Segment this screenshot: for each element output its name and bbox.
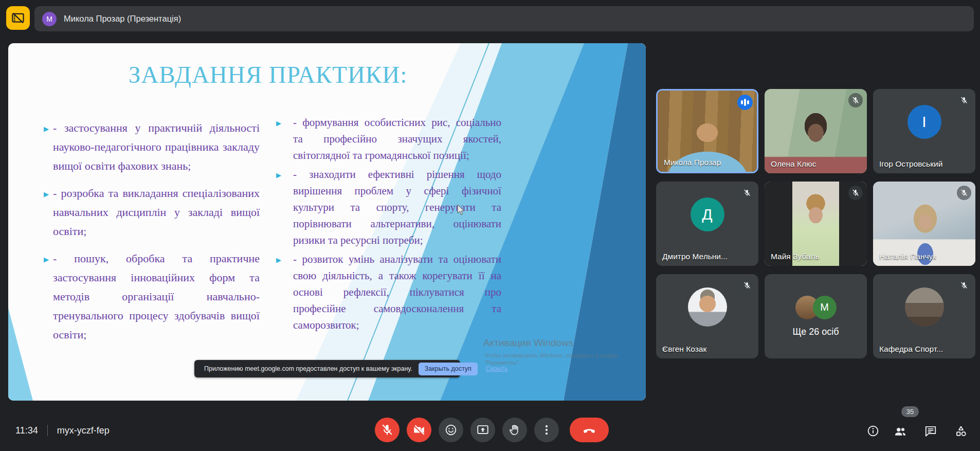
speaking-indicator-icon	[737, 95, 753, 110]
raised-hand-icon	[508, 423, 521, 437]
participant-tile[interactable]: Кафедра Спорт...	[873, 274, 975, 358]
slide-bullet: ▶- розвиток умінь аналізувати та оцінюва…	[276, 251, 501, 333]
overflow-content: M Ще 26 осіб	[765, 274, 867, 358]
participant-name: Микола Прозар	[664, 158, 721, 167]
slide-bullet: ▶- застосування у практичній діяльності …	[44, 118, 260, 175]
participant-tile[interactable]: І Ігор Островський	[873, 89, 975, 173]
bullet-arrow-icon: ▶	[44, 185, 49, 204]
slide-bullet: ▶- розробка та викладання спеціалізовани…	[44, 184, 260, 241]
shared-screen-presentation: ЗАВДАННЯ ПРАКТИКИ: ▶- застосування у пра…	[8, 43, 646, 401]
overflow-participants-tile[interactable]: M Ще 26 осіб	[765, 274, 867, 358]
activities-icon	[954, 424, 968, 438]
presenter-avatar: M	[42, 12, 57, 26]
end-call-button[interactable]	[570, 418, 609, 442]
slide-right-column: ▶- формування особистісних рис, соціальн…	[276, 114, 501, 336]
slide-bullet: ▶- формування особистісних рис, соціальн…	[276, 114, 501, 164]
mic-muted-icon	[957, 278, 971, 293]
participant-tile[interactable]: Майя Зубаль	[765, 182, 867, 266]
camera-button[interactable]	[407, 418, 431, 442]
slide-title: ЗАВДАННЯ ПРАКТИКИ:	[8, 61, 528, 88]
share-banner-text: Приложению meet.google.com предоставлен …	[204, 365, 412, 372]
stacked-avatars: M	[795, 296, 837, 319]
screen-share-off-icon	[10, 10, 26, 26]
bullet-arrow-icon: ▶	[276, 115, 281, 132]
participant-name: Олена Клюс	[771, 159, 816, 169]
avatar: І	[908, 105, 941, 139]
meeting-info: 11:34 myx-yczf-fep	[15, 425, 110, 436]
slide-bullet: ▶- знаходити ефективні рішення щодо вирі…	[276, 166, 501, 248]
mic-muted-icon	[848, 93, 863, 107]
present-button[interactable]	[470, 418, 495, 442]
mic-off-icon	[380, 423, 394, 437]
hide-banner-link[interactable]: Скрыть	[486, 365, 508, 372]
people-icon	[894, 424, 907, 438]
bullet-arrow-icon: ▶	[44, 250, 49, 269]
info-icon	[866, 424, 880, 438]
participant-name: Майя Зубаль	[771, 252, 820, 261]
bullet-arrow-icon: ▶	[276, 252, 281, 268]
participant-tile[interactable]: Наталія Панчук	[873, 182, 975, 266]
close-access-button[interactable]: Закрыть доступ	[419, 363, 478, 375]
bullet-arrow-icon: ▶	[44, 119, 49, 138]
participant-tile[interactable]: Олена Клюс	[765, 89, 867, 173]
participant-name: Наталія Панчук	[879, 252, 936, 261]
people-button[interactable]	[894, 424, 907, 438]
slide-left-column: ▶- застосування у практичній діяльності …	[44, 118, 260, 352]
more-vert-icon	[540, 423, 553, 437]
mic-muted-icon	[957, 93, 971, 107]
activities-button[interactable]	[954, 424, 968, 438]
present-screen-icon	[476, 423, 489, 437]
meeting-code: myx-yczf-fep	[57, 425, 110, 436]
bullet-text: - пошук, обробка та практичне застосуван…	[53, 252, 260, 341]
bullet-text: - формування особистісних рис, соціально…	[293, 116, 501, 161]
mic-muted-icon	[740, 278, 754, 293]
mouse-cursor	[457, 205, 465, 215]
bullet-text: - знаходити ефективні рішення щодо виріш…	[293, 168, 501, 246]
call-end-icon	[582, 422, 597, 438]
participant-name: Кафедра Спорт...	[879, 345, 943, 354]
windows-activation-subtext: Чтобы активировать Windows, перейдите в …	[484, 352, 618, 358]
mic-muted-icon	[957, 186, 971, 200]
reactions-button[interactable]	[439, 418, 463, 442]
mic-button[interactable]	[375, 418, 400, 442]
bullet-text: - розвиток умінь аналізувати та оцінюват…	[293, 253, 501, 331]
chat-icon	[924, 424, 937, 438]
participant-name: Ігор Островський	[879, 159, 942, 169]
presenter-label: Микола Прозар (Презентація)	[64, 14, 181, 24]
participant-name: Дмитро Мельни...	[662, 252, 728, 261]
bullet-arrow-icon: ▶	[276, 167, 281, 184]
avatar	[905, 287, 944, 327]
windows-activation-watermark: Активация Windows	[483, 337, 573, 349]
camera-off-icon	[412, 423, 426, 437]
raise-hand-button[interactable]	[502, 418, 527, 442]
participant-count-badge: 35	[901, 406, 919, 417]
chrome-screen-share-banner: Приложению meet.google.com предоставлен …	[194, 360, 460, 377]
smiley-icon	[444, 423, 458, 437]
avatar: M	[813, 296, 837, 319]
avatar: Д	[691, 197, 724, 231]
stop-presenting-button[interactable]	[6, 6, 30, 30]
mic-muted-icon	[848, 186, 863, 200]
avatar	[688, 287, 727, 327]
more-people-label: Ще 26 осіб	[792, 327, 839, 337]
bullet-text: - розробка та викладання спеціалізованих…	[53, 187, 260, 238]
participant-tile[interactable]: Євген Козак	[656, 274, 758, 358]
participant-tile[interactable]: Микола Прозар	[656, 89, 758, 173]
divider	[47, 425, 48, 436]
bullet-text: - застосування у практичній діяльності н…	[53, 121, 260, 172]
meeting-details-button[interactable]	[866, 424, 880, 438]
meet-window: M Микола Прозар (Презентація) ЗАВДАННЯ П…	[0, 0, 980, 451]
clock-time: 11:34	[15, 425, 38, 436]
participant-tile[interactable]: Д Дмитро Мельни...	[656, 182, 758, 266]
slide-bullet: ▶- пошук, обробка та практичне застосува…	[44, 249, 260, 344]
more-options-button[interactable]	[534, 418, 559, 442]
mic-muted-icon	[740, 186, 754, 200]
participant-name: Євген Козак	[662, 345, 706, 354]
presenter-banner: M Микола Прозар (Презентація)	[34, 6, 974, 31]
chat-button[interactable]	[924, 424, 937, 438]
